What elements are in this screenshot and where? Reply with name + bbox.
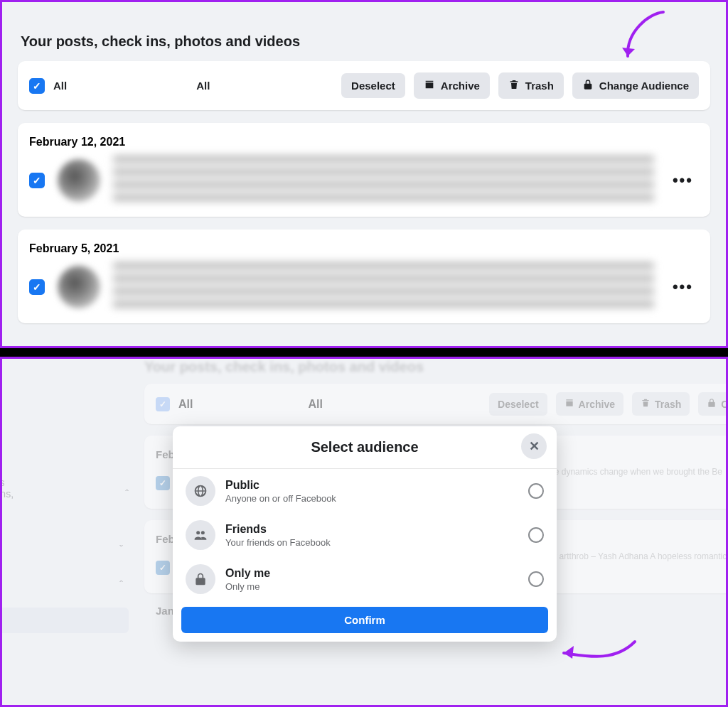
filter-all-2[interactable]: All [196, 80, 210, 92]
deselect-label: Deselect [351, 80, 395, 92]
close-icon: ✕ [529, 438, 540, 454]
change-audience-button[interactable]: Change Audience [572, 72, 699, 99]
close-button[interactable]: ✕ [521, 433, 547, 459]
post-date: February 5, 2021 [29, 242, 699, 255]
audience-option-public[interactable]: Public Anyone on or off Facebook [173, 469, 557, 513]
archive-button[interactable]: Archive [414, 72, 490, 99]
deselect-button[interactable]: Deselect [341, 73, 405, 98]
post-checkbox[interactable]: ✓ [29, 173, 45, 188]
filter-all-1[interactable]: All [53, 80, 67, 92]
separator [0, 348, 728, 357]
modal-footer: Confirm [173, 601, 557, 642]
trash-label: Trash [525, 80, 554, 92]
post-checkbox[interactable]: ✓ [29, 279, 45, 295]
post-body [58, 262, 654, 312]
radio-unselected[interactable] [528, 483, 544, 499]
confirm-button[interactable]: Confirm [181, 607, 548, 633]
post-thumbnail [58, 266, 100, 308]
lock-icon [582, 79, 594, 92]
post-text-blurred [113, 156, 654, 205]
option-subtitle: Only me [225, 581, 518, 592]
friends-icon [186, 520, 215, 550]
option-text: Only me Only me [225, 567, 518, 592]
post-more-button[interactable]: ••• [667, 168, 699, 193]
modal-header: Select audience ✕ [173, 426, 557, 469]
trash-icon [508, 79, 520, 92]
modal-wrap: Select audience ✕ Public Anyone on or of… [2, 359, 726, 705]
radio-unselected[interactable] [528, 527, 544, 543]
confirm-label: Confirm [344, 614, 385, 626]
panel-posts-list: Your posts, check ins, photos and videos… [0, 0, 728, 348]
archive-icon [424, 79, 435, 92]
post-text-blurred [113, 262, 654, 312]
panel-audience-modal: book uding posts r interactions,ˆ groups… [0, 357, 728, 707]
option-subtitle: Anyone on or off Facebook [225, 493, 518, 504]
change-audience-label: Change Audience [599, 80, 689, 92]
radio-unselected[interactable] [528, 571, 544, 587]
select-all-checkbox[interactable]: ✓ [29, 78, 45, 94]
option-label: Public [225, 479, 518, 492]
post-body [58, 156, 654, 205]
option-subtitle: Your friends on Facebook [225, 537, 518, 548]
post-thumbnail [58, 159, 100, 202]
audience-option-only-me[interactable]: Only me Only me [173, 557, 557, 601]
globe-icon [186, 476, 215, 506]
option-text: Friends Your friends on Facebook [225, 523, 518, 548]
lock-icon [186, 564, 215, 594]
post-more-button[interactable]: ••• [667, 275, 699, 299]
audience-option-friends[interactable]: Friends Your friends on Facebook [173, 513, 557, 557]
page-title: Your posts, check ins, photos and videos [21, 33, 707, 50]
modal-title: Select audience [173, 439, 557, 455]
post-date: February 12, 2021 [29, 136, 699, 149]
post-card: February 12, 2021 ✓ ••• [18, 123, 710, 217]
filter-row: ✓ All All Deselect Archive Trash [29, 72, 699, 99]
option-label: Only me [225, 567, 518, 580]
post-card: February 5, 2021 ✓ ••• [18, 230, 710, 323]
trash-button[interactable]: Trash [498, 72, 564, 99]
select-audience-modal: Select audience ✕ Public Anyone on or of… [173, 426, 557, 642]
option-text: Public Anyone on or off Facebook [225, 479, 518, 504]
option-label: Friends [225, 523, 518, 536]
filter-bar: ✓ All All Deselect Archive Trash [18, 61, 710, 110]
post-row: ✓ ••• [29, 262, 699, 312]
archive-label: Archive [441, 80, 480, 92]
post-row: ✓ ••• [29, 156, 699, 205]
